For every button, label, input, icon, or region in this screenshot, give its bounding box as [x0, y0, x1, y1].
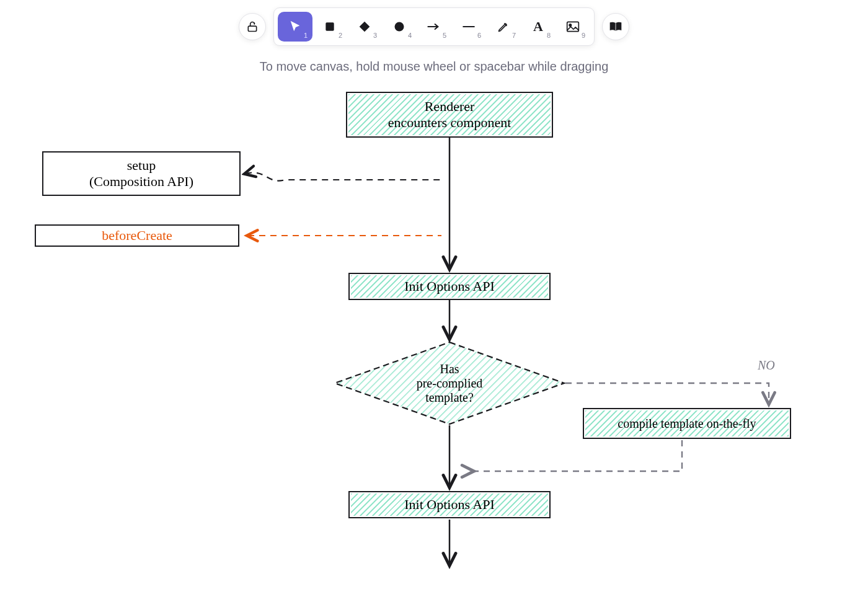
node-label: beforeCreate	[102, 228, 172, 244]
node-init-options-2[interactable]: Init Options API	[348, 491, 551, 518]
edge-setup-to-spine	[246, 172, 440, 180]
node-label: Init Options API	[404, 278, 494, 294]
edge-compile-back	[472, 440, 682, 471]
edge-label-no: NO	[758, 358, 775, 373]
node-has-template[interactable]: Has pre-complied template?	[335, 346, 564, 420]
node-init-options-1[interactable]: Init Options API	[348, 273, 551, 300]
node-renderer[interactable]: Renderer encounters component	[346, 92, 553, 138]
edge-no-to-compile	[565, 383, 769, 403]
node-before-create[interactable]: beforeCreate	[35, 224, 239, 247]
node-compile-on-the-fly[interactable]: compile template on-the-fly	[583, 408, 791, 439]
node-setup[interactable]: setup (Composition API)	[42, 151, 241, 196]
node-label: compile template on-the-fly	[618, 416, 756, 431]
node-label: Renderer encounters component	[388, 99, 512, 131]
node-label: Init Options API	[404, 497, 494, 513]
node-label: Has pre-complied template?	[417, 362, 483, 405]
canvas[interactable]: Renderer encounters component setup (Com…	[0, 0, 868, 602]
node-label: setup (Composition API)	[89, 157, 193, 190]
